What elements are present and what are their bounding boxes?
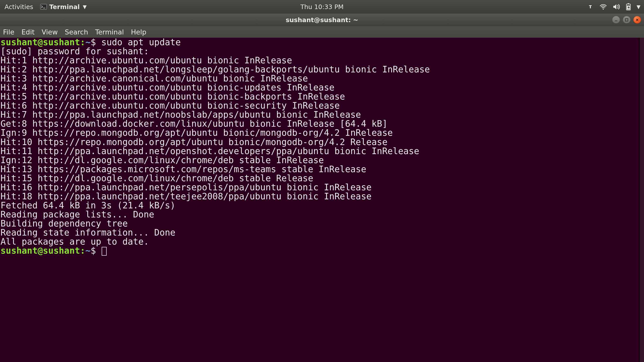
window-controls [612,16,641,24]
maximize-button[interactable] [623,16,630,24]
window-title: sushant@sushant: ~ [286,16,358,24]
gnome-top-bar: Activities Terminal ▼ Thu 10:33 PM T [0,0,644,14]
terminal-output-line: Ign:9 https://repo.mongodb.org/apt/ubunt… [1,128,393,138]
terminal-output-line: Hit:2 http://ppa.launchpad.net/longsleep… [1,64,430,74]
menu-bar: File Edit View Search Terminal Help [0,26,644,38]
terminal-output-line: Hit:4 http://archive.ubuntu.com/ubuntu b… [1,82,335,93]
svg-rect-7 [625,19,628,21]
volume-icon[interactable] [613,4,620,10]
terminal-output-line: Reading package lists... Done [1,209,154,219]
system-dropdown-icon[interactable]: ▼ [637,4,640,10]
svg-rect-6 [615,21,617,21]
command-text: sudo apt update [101,38,181,47]
terminal-output-line: Hit:3 http://archive.canonical.com/ubunt… [1,73,308,83]
prompt-path: ~ [85,246,91,256]
wifi-icon[interactable] [599,4,607,10]
menu-view[interactable]: View [42,27,58,37]
cursor-icon [102,247,106,256]
menu-terminal[interactable]: Terminal [95,27,124,37]
terminal-output-line: Ign:12 http://dl.google.com/linux/chrome… [1,155,324,165]
terminal-output-line: All packages are up to date. [1,237,149,247]
terminal-output-line: Hit:10 https://repo.mongodb.org/apt/ubun… [1,137,387,147]
minimize-button[interactable] [612,16,620,24]
svg-rect-1 [43,8,45,8]
app-indicator[interactable]: Terminal ▼ [40,3,87,11]
terminal-output-line: [sudo] password for sushant: [1,46,154,56]
prompt-path: ~ [85,38,91,47]
terminal-output-line: Get:8 https://download.docker.com/linux/… [1,119,387,129]
menu-file[interactable]: File [3,27,14,37]
prompt-suffix: $ [91,246,101,256]
svg-rect-0 [41,4,47,10]
clock-label[interactable]: Thu 10:33 PM [300,3,344,11]
prompt-user: sushant@sushant [1,246,80,256]
menu-help[interactable]: Help [131,27,146,37]
terminal-output-line: Hit:16 http://ppa.launchpad.net/persepol… [1,182,372,192]
app-indicator-label: Terminal [49,3,80,11]
battery-icon[interactable] [626,3,631,11]
terminal-output-line: Hit:5 http://archive.ubuntu.com/ubuntu b… [1,92,345,102]
svg-rect-4 [628,3,629,4]
terminal-output-line: Hit:6 http://archive.ubuntu.com/ubuntu b… [1,101,340,111]
status-area[interactable]: T ▼ [587,3,640,11]
terminal-output-line: Building dependency tree [1,218,165,229]
menu-search[interactable]: Search [65,27,88,37]
terminal-viewport[interactable]: sushant@sushant:~$ sudo apt update [sudo… [0,38,644,362]
terminal-app-icon [40,4,47,10]
prompt-user: sushant@sushant [1,38,80,47]
close-button[interactable] [633,16,641,24]
terminal-output-line: Hit:15 http://dl.google.com/linux/chrome… [1,173,313,183]
svg-point-2 [602,9,603,10]
teams-tray-icon[interactable]: T [587,3,594,10]
prompt-sep: : [80,38,85,47]
menu-edit[interactable]: Edit [21,27,34,37]
terminal-output-line: Hit:13 https://packages.microsoft.com/re… [1,164,366,174]
activities-button[interactable]: Activities [4,3,34,11]
terminal-output-line: Hit:1 http://archive.ubuntu.com/ubuntu b… [1,55,292,65]
terminal-output-line: Fetched 64.4 kB in 3s (21.4 kB/s) [1,200,175,210]
terminal-output-line: Hit:18 http://ppa.launchpad.net/teejee20… [1,191,372,201]
terminal-output-line: Hit:11 http://ppa.launchpad.net/openshot… [1,146,419,156]
chevron-down-icon: ▼ [83,4,87,9]
terminal-output-line: Reading state information... Done [1,228,175,238]
terminal-output-line: Hit:7 http://ppa.launchpad.net/noobslab/… [1,110,361,120]
window-title-bar: sushant@sushant: ~ [0,14,644,26]
scrollbar-track[interactable] [639,38,644,362]
prompt-suffix: $ [91,38,101,47]
prompt-sep: : [80,246,85,256]
